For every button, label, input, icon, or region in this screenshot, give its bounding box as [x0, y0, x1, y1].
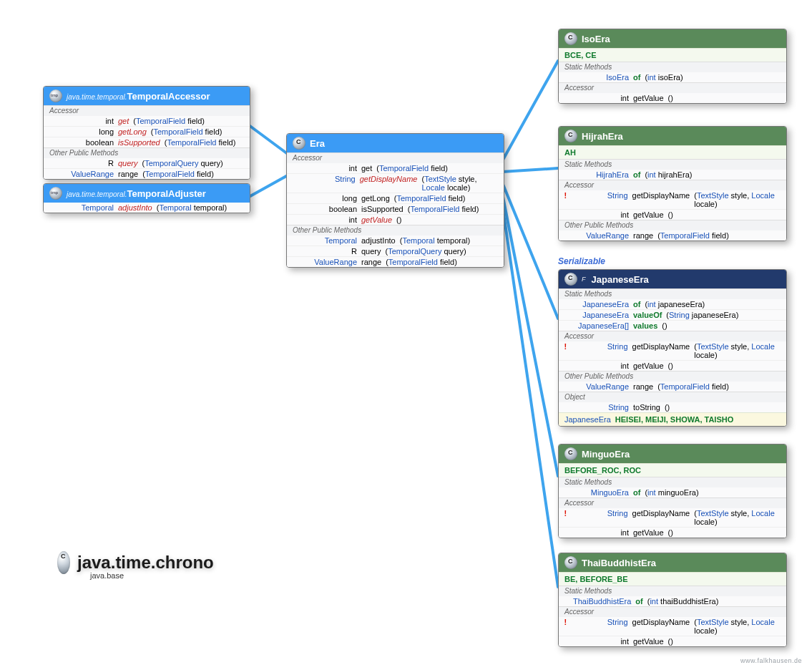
return-type: Temporal	[301, 236, 357, 245]
method-row: !StringgetDisplayName(TextStyle style, L…	[559, 341, 786, 360]
section-title: Other Public Methods	[287, 225, 504, 236]
method-row: intgetValue()	[559, 93, 786, 103]
method-name: adjustInto	[118, 203, 152, 212]
params: (TemporalField field)	[657, 382, 729, 391]
params: (int minguoEra)	[645, 488, 698, 497]
method-row: !StringgetDisplayName(TextStyle style, L…	[559, 508, 786, 527]
return-type: JapaneseEra	[573, 300, 629, 309]
params: ()	[665, 403, 670, 412]
interface-icon	[293, 137, 305, 150]
class-name: TemporalAccessor	[127, 91, 210, 102]
package-icon	[57, 551, 70, 574]
section-title: Static Methods	[559, 477, 786, 487]
package-prefix: java.time.temporal.	[67, 93, 127, 101]
method-name: query	[118, 159, 138, 168]
return-type: boolean	[58, 138, 114, 147]
svg-line-5	[502, 193, 558, 476]
return-type: long	[58, 127, 114, 136]
return-type: R	[301, 247, 357, 256]
params: (TemporalField field)	[408, 205, 479, 213]
method-name: toString	[633, 403, 660, 412]
method-row: HijrahEraof(int hijrahEra)	[559, 170, 786, 180]
method-row: ValueRangerange(TemporalField field)	[559, 230, 786, 241]
interface-icon	[49, 187, 62, 200]
method-row: Rquery(TemporalQuery query)	[287, 246, 504, 256]
return-type: String	[572, 342, 628, 359]
module-name: java.base	[90, 571, 124, 580]
method-row: !StringgetDisplayName(TextStyle style, L…	[559, 617, 786, 636]
method-name: of	[633, 170, 640, 179]
watermark: www.falkhausen.de	[740, 657, 802, 664]
section-title: Other Public Methods	[44, 147, 250, 158]
method-name: of	[635, 597, 642, 606]
enum-icon	[564, 556, 577, 569]
params: (Temporal temporal)	[400, 236, 470, 245]
return-type: String	[573, 403, 629, 412]
class-era: Era Accessorintget(TemporalField field)S…	[286, 133, 504, 268]
enum-constants: BCE, CE	[559, 48, 786, 62]
return-type: ValueRange	[573, 382, 629, 391]
method-row: !StringgetDisplayName(TextStyle style, L…	[559, 190, 786, 209]
method-row: TemporaladjustInto(Temporal temporal)	[287, 236, 504, 246]
params: (TemporalField field)	[386, 258, 457, 266]
return-type: int	[573, 94, 629, 102]
class-name: JapaneseEra	[592, 274, 649, 285]
section-title: Accessor	[559, 180, 786, 190]
return-type: int	[301, 164, 357, 173]
method-name: values	[633, 321, 657, 330]
return-type: int	[573, 361, 629, 370]
return-type: R	[58, 159, 114, 168]
method-name: of	[633, 73, 640, 82]
class-header: Era	[287, 134, 504, 152]
class-icon	[564, 273, 577, 286]
method-row: intgetValue()	[559, 360, 786, 371]
section-title: Accessor	[287, 152, 504, 163]
params: (TemporalField field)	[394, 194, 466, 203]
params: ()	[396, 215, 401, 224]
method-name: getValue	[633, 94, 664, 102]
params: (int thaiBuddhistEra)	[647, 597, 719, 606]
method-row: TemporaladjustInto(Temporal temporal)	[44, 203, 250, 213]
section-title: Static Methods	[559, 586, 786, 596]
section-title: Accessor	[559, 606, 786, 617]
section-title: Other Public Methods	[559, 220, 786, 230]
method-name: range	[361, 258, 381, 266]
return-type: int	[573, 637, 629, 646]
params: (TemporalField field)	[133, 117, 205, 125]
method-name: isSupported	[118, 138, 160, 147]
return-type: String	[572, 618, 628, 635]
class-name: TemporalAdjuster	[127, 188, 205, 199]
return-type: ValueRange	[58, 170, 114, 178]
method-name: range	[633, 231, 653, 240]
class-header: java.time.temporal.TemporalAdjuster	[44, 184, 250, 203]
method-row: intgetValue()	[559, 636, 786, 646]
params: ()	[662, 321, 667, 330]
method-name: getValue	[633, 210, 664, 219]
return-type: JapaneseEra[]	[573, 321, 629, 330]
params: (TextStyle style, Locale locale)	[694, 191, 781, 208]
section-title: Static Methods	[559, 288, 786, 299]
class-name: ThaiBuddhistEra	[582, 558, 656, 568]
method-name: range	[633, 382, 653, 391]
method-name: getValue	[633, 637, 664, 646]
params: ()	[668, 637, 673, 646]
class-name: MinguoEra	[582, 449, 630, 460]
package-name: java.time.chrono	[77, 553, 214, 573]
method-row: intgetValue()	[559, 527, 786, 538]
params: (int japaneseEra)	[645, 300, 705, 309]
params: ()	[668, 210, 673, 219]
params: (TextStyle style, Locale locale)	[694, 342, 781, 359]
return-type: boolean	[301, 205, 357, 213]
params: (int hijrahEra)	[645, 170, 692, 179]
method-row: ValueRangerange(TemporalField field)	[44, 168, 250, 179]
method-name: getDisplayName	[632, 509, 690, 526]
params: ()	[668, 94, 673, 102]
params: (String japaneseEra)	[666, 311, 738, 319]
method-row: StringtoString()	[559, 402, 786, 412]
svg-line-0	[249, 125, 288, 154]
method-name: getLong	[118, 127, 147, 136]
params: ()	[668, 361, 673, 370]
enum-icon	[564, 32, 577, 45]
svg-line-3	[502, 168, 558, 172]
method-row: booleanisSupported(TemporalField field)	[287, 203, 504, 214]
